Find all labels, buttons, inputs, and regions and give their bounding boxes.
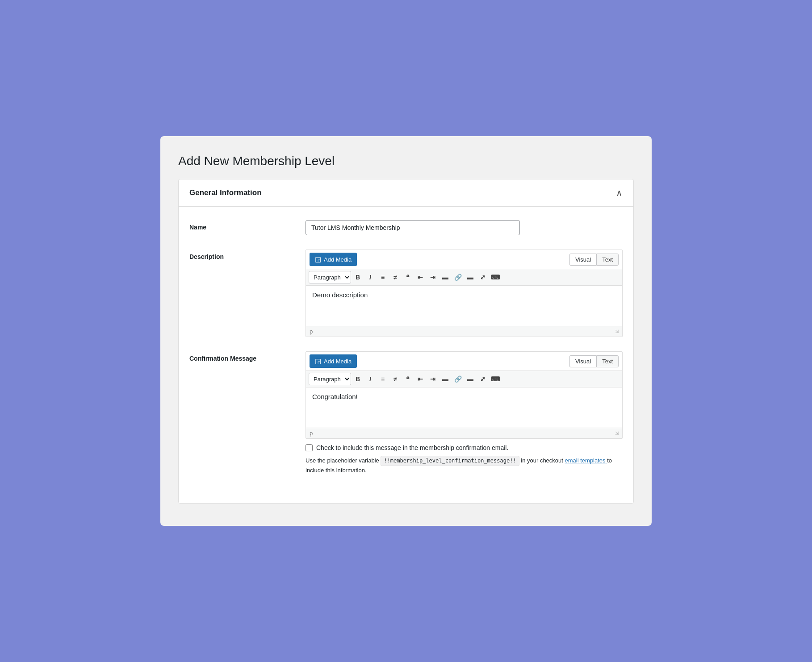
confirmation-link-btn[interactable]: 🔗 [452,373,464,385]
confirmation-topbar: ◲ Add Media Visual Text [306,352,622,371]
confirmation-add-media-icon: ◲ [315,357,321,365]
description-text-tab[interactable]: Text [596,254,619,266]
confirmation-more-btn[interactable]: ▬ [465,373,476,385]
add-media-icon: ◲ [315,255,321,263]
confirmation-bold-btn[interactable]: B [352,373,364,385]
name-field-wrapper [306,220,623,235]
description-blockquote-btn[interactable]: ❝ [402,271,414,283]
description-add-media-button[interactable]: ◲ Add Media [310,253,357,266]
outer-container: Add New Membership Level General Informa… [160,136,652,526]
include-confirmation-checkbox[interactable] [306,444,313,451]
description-ordered-list-btn[interactable]: ≠ [389,271,401,283]
description-italic-btn[interactable]: I [364,271,376,283]
description-paragraph-select[interactable]: Paragraph [309,271,351,283]
confirmation-resize-handle[interactable]: ⇲ [615,431,619,436]
confirmation-add-media-button[interactable]: ◲ Add Media [310,354,357,368]
confirmation-visual-tab[interactable]: Visual [569,355,596,367]
description-link-btn[interactable]: 🔗 [452,271,464,283]
description-align-left-btn[interactable]: ⇤ [414,271,426,283]
email-templates-link[interactable]: email templates [565,457,607,464]
description-fullscreen-btn[interactable]: ⤢ [477,271,489,283]
include-confirmation-label[interactable]: Check to include this message in the mem… [316,444,508,451]
description-footer-tag: p [310,328,313,335]
confirmation-message-field-wrapper: ◲ Add Media Visual Text Paragraph [306,351,623,475]
description-label: Description [189,250,306,260]
confirmation-align-left-btn[interactable]: ⇤ [414,373,426,385]
description-align-right-btn[interactable]: ▬ [439,271,451,283]
general-information-card: General Information ∧ Name Description [178,179,634,504]
confirmation-keyboard-btn[interactable]: ⌨ [490,373,501,385]
confirmation-view-tabs: Visual Text [569,355,619,367]
name-row: Name [189,220,623,235]
confirmation-blockquote-btn[interactable]: ❝ [402,373,414,385]
description-content[interactable]: Demo desccription [306,286,622,326]
confirmation-ordered-list-btn[interactable]: ≠ [389,373,401,385]
confirmation-align-right-btn[interactable]: ▬ [439,373,451,385]
confirmation-footer: p ⇲ [306,428,622,438]
description-bold-btn[interactable]: B [352,271,364,283]
description-row: Description ◲ Add Media Visual Text [189,250,623,337]
description-footer: p ⇲ [306,326,622,337]
placeholder-code: !!membership_level_confirmation_message!… [381,456,519,466]
collapse-icon[interactable]: ∧ [616,187,623,198]
card-header-title: General Information [189,188,262,197]
confirmation-message-row: Confirmation Message ◲ Add Media Visual … [189,351,623,475]
description-align-center-btn[interactable]: ⇥ [427,271,439,283]
confirmation-fullscreen-btn[interactable]: ⤢ [477,373,489,385]
description-field-wrapper: ◲ Add Media Visual Text Paragraph [306,250,623,337]
confirmation-toolbar: Paragraph B I ≡ ≠ ❝ ⇤ ⇥ ▬ 🔗 ▬ [306,371,622,387]
confirmation-checkbox-row: Check to include this message in the mem… [306,444,623,451]
description-resize-handle[interactable]: ⇲ [615,329,619,334]
card-body: Name Description ◲ Add Media [179,207,633,503]
description-editor: ◲ Add Media Visual Text Paragraph [306,250,623,337]
confirmation-align-center-btn[interactable]: ⇥ [427,373,439,385]
card-header: General Information ∧ [179,179,633,207]
page-title: Add New Membership Level [178,154,634,168]
name-label: Name [189,220,306,231]
name-input[interactable] [306,220,520,235]
confirmation-editor: ◲ Add Media Visual Text Paragraph [306,351,623,439]
placeholder-info: Use the placeholder variable !!membershi… [306,456,623,475]
description-more-btn[interactable]: ▬ [465,271,476,283]
confirmation-content[interactable]: Congratulation! [306,387,622,428]
confirmation-italic-btn[interactable]: I [364,373,376,385]
description-unordered-list-btn[interactable]: ≡ [377,271,389,283]
confirmation-paragraph-select[interactable]: Paragraph [309,373,351,385]
description-keyboard-btn[interactable]: ⌨ [490,271,501,283]
description-toolbar: Paragraph B I ≡ ≠ ❝ ⇤ ⇥ ▬ 🔗 ▬ [306,269,622,286]
confirmation-unordered-list-btn[interactable]: ≡ [377,373,389,385]
description-visual-tab[interactable]: Visual [569,254,596,266]
confirmation-text-tab[interactable]: Text [596,355,619,367]
description-view-tabs: Visual Text [569,254,619,266]
confirmation-footer-tag: p [310,430,313,437]
description-topbar: ◲ Add Media Visual Text [306,250,622,269]
confirmation-message-label: Confirmation Message [189,351,306,362]
